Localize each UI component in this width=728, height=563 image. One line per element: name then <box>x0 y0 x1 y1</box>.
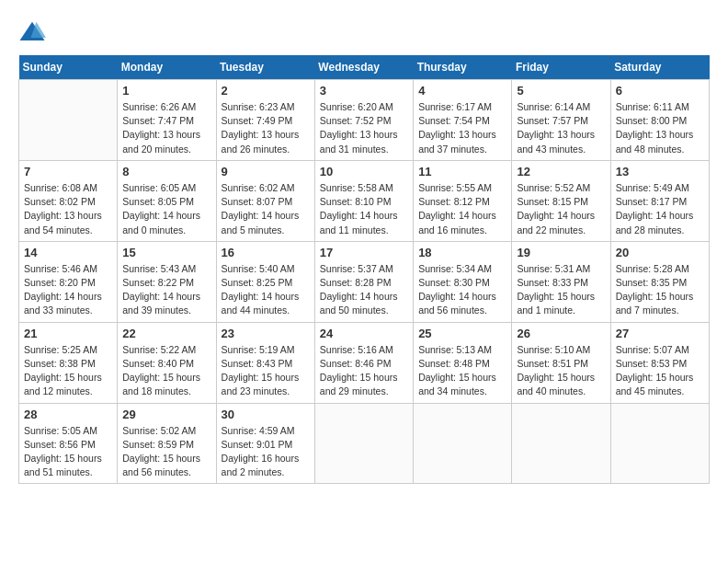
calendar-header: SundayMondayTuesdayWednesdayThursdayFrid… <box>19 55 710 80</box>
week-row-1: 1Sunrise: 6:26 AM Sunset: 7:47 PM Daylig… <box>19 80 710 161</box>
calendar-cell <box>610 403 709 484</box>
day-number: 10 <box>320 165 408 178</box>
day-info: Sunrise: 5:16 AM Sunset: 8:46 PM Dayligh… <box>320 343 408 399</box>
day-info: Sunrise: 5:46 AM Sunset: 8:20 PM Dayligh… <box>24 262 112 318</box>
calendar-cell: 18Sunrise: 5:34 AM Sunset: 8:30 PM Dayli… <box>414 241 512 322</box>
day-info: Sunrise: 5:43 AM Sunset: 8:22 PM Dayligh… <box>122 262 210 318</box>
header-day-wednesday: Wednesday <box>314 55 413 80</box>
day-info: Sunrise: 6:05 AM Sunset: 8:05 PM Dayligh… <box>122 181 210 237</box>
day-number: 4 <box>418 84 506 98</box>
calendar-cell: 8Sunrise: 6:05 AM Sunset: 8:05 PM Daylig… <box>118 160 216 241</box>
day-info: Sunrise: 5:31 AM Sunset: 8:33 PM Dayligh… <box>517 262 605 318</box>
calendar-cell: 21Sunrise: 5:25 AM Sunset: 8:38 PM Dayli… <box>19 322 118 403</box>
day-number: 3 <box>320 84 408 98</box>
day-number: 1 <box>122 84 210 98</box>
logo <box>18 18 50 46</box>
header-day-sunday: Sunday <box>19 55 118 80</box>
day-number: 27 <box>616 327 704 340</box>
day-info: Sunrise: 6:11 AM Sunset: 8:00 PM Dayligh… <box>616 100 704 156</box>
calendar-cell: 4Sunrise: 6:17 AM Sunset: 7:54 PM Daylig… <box>414 80 512 161</box>
calendar-cell: 15Sunrise: 5:43 AM Sunset: 8:22 PM Dayli… <box>118 241 216 322</box>
day-number: 16 <box>222 246 310 259</box>
calendar-cell: 10Sunrise: 5:58 AM Sunset: 8:10 PM Dayli… <box>314 160 413 241</box>
week-row-2: 7Sunrise: 6:08 AM Sunset: 8:02 PM Daylig… <box>19 160 710 241</box>
calendar-cell: 14Sunrise: 5:46 AM Sunset: 8:20 PM Dayli… <box>19 241 118 322</box>
day-number: 22 <box>122 327 210 340</box>
day-info: Sunrise: 5:13 AM Sunset: 8:48 PM Dayligh… <box>418 343 506 399</box>
day-number: 19 <box>517 246 605 259</box>
calendar-cell: 22Sunrise: 5:22 AM Sunset: 8:40 PM Dayli… <box>118 322 216 403</box>
day-info: Sunrise: 5:49 AM Sunset: 8:17 PM Dayligh… <box>616 181 704 237</box>
day-number: 26 <box>517 327 605 340</box>
calendar-cell: 6Sunrise: 6:11 AM Sunset: 8:00 PM Daylig… <box>610 80 709 161</box>
day-number: 24 <box>320 327 408 340</box>
calendar-body: 1Sunrise: 6:26 AM Sunset: 7:47 PM Daylig… <box>19 80 710 484</box>
day-number: 9 <box>222 165 310 178</box>
day-number: 13 <box>616 165 704 178</box>
header-day-friday: Friday <box>512 55 610 80</box>
day-info: Sunrise: 5:52 AM Sunset: 8:15 PM Dayligh… <box>517 181 605 237</box>
calendar-cell: 17Sunrise: 5:37 AM Sunset: 8:28 PM Dayli… <box>314 241 413 322</box>
day-number: 2 <box>222 84 310 98</box>
day-info: Sunrise: 5:05 AM Sunset: 8:56 PM Dayligh… <box>24 424 112 480</box>
day-info: Sunrise: 5:10 AM Sunset: 8:51 PM Dayligh… <box>517 343 605 399</box>
calendar-cell <box>512 403 610 484</box>
calendar-cell: 23Sunrise: 5:19 AM Sunset: 8:43 PM Dayli… <box>216 322 314 403</box>
day-info: Sunrise: 5:02 AM Sunset: 8:59 PM Dayligh… <box>122 424 210 480</box>
header-day-thursday: Thursday <box>414 55 512 80</box>
header-day-tuesday: Tuesday <box>216 55 314 80</box>
day-info: Sunrise: 5:19 AM Sunset: 8:43 PM Dayligh… <box>222 343 310 399</box>
week-row-5: 28Sunrise: 5:05 AM Sunset: 8:56 PM Dayli… <box>19 403 710 484</box>
calendar-cell: 12Sunrise: 5:52 AM Sunset: 8:15 PM Dayli… <box>512 160 610 241</box>
day-number: 28 <box>24 408 112 421</box>
day-info: Sunrise: 5:40 AM Sunset: 8:25 PM Dayligh… <box>222 262 310 318</box>
day-info: Sunrise: 5:07 AM Sunset: 8:53 PM Dayligh… <box>616 343 704 399</box>
calendar-cell: 25Sunrise: 5:13 AM Sunset: 8:48 PM Dayli… <box>414 322 512 403</box>
day-info: Sunrise: 4:59 AM Sunset: 9:01 PM Dayligh… <box>222 424 310 480</box>
day-info: Sunrise: 6:02 AM Sunset: 8:07 PM Dayligh… <box>222 181 310 237</box>
week-row-4: 21Sunrise: 5:25 AM Sunset: 8:38 PM Dayli… <box>19 322 710 403</box>
calendar-cell: 5Sunrise: 6:14 AM Sunset: 7:57 PM Daylig… <box>512 80 610 161</box>
calendar-cell <box>19 80 118 161</box>
day-info: Sunrise: 5:28 AM Sunset: 8:35 PM Dayligh… <box>616 262 704 318</box>
day-number: 18 <box>418 246 506 259</box>
day-number: 25 <box>418 327 506 340</box>
day-info: Sunrise: 6:23 AM Sunset: 7:49 PM Dayligh… <box>222 100 310 156</box>
day-info: Sunrise: 6:26 AM Sunset: 7:47 PM Dayligh… <box>122 100 210 156</box>
calendar-cell: 29Sunrise: 5:02 AM Sunset: 8:59 PM Dayli… <box>118 403 216 484</box>
calendar-cell: 7Sunrise: 6:08 AM Sunset: 8:02 PM Daylig… <box>19 160 118 241</box>
day-info: Sunrise: 6:14 AM Sunset: 7:57 PM Dayligh… <box>517 100 605 156</box>
day-info: Sunrise: 5:58 AM Sunset: 8:10 PM Dayligh… <box>320 181 408 237</box>
calendar-cell: 26Sunrise: 5:10 AM Sunset: 8:51 PM Dayli… <box>512 322 610 403</box>
day-info: Sunrise: 5:37 AM Sunset: 8:28 PM Dayligh… <box>320 262 408 318</box>
day-number: 7 <box>24 165 112 178</box>
calendar-cell: 30Sunrise: 4:59 AM Sunset: 9:01 PM Dayli… <box>216 403 314 484</box>
calendar-cell: 16Sunrise: 5:40 AM Sunset: 8:25 PM Dayli… <box>216 241 314 322</box>
calendar-cell: 24Sunrise: 5:16 AM Sunset: 8:46 PM Dayli… <box>314 322 413 403</box>
week-row-3: 14Sunrise: 5:46 AM Sunset: 8:20 PM Dayli… <box>19 241 710 322</box>
day-info: Sunrise: 5:25 AM Sunset: 8:38 PM Dayligh… <box>24 343 112 399</box>
header-day-saturday: Saturday <box>610 55 709 80</box>
day-number: 29 <box>122 408 210 421</box>
day-number: 11 <box>418 165 506 178</box>
calendar-cell <box>414 403 512 484</box>
day-info: Sunrise: 5:55 AM Sunset: 8:12 PM Dayligh… <box>418 181 506 237</box>
calendar-cell: 27Sunrise: 5:07 AM Sunset: 8:53 PM Dayli… <box>610 322 709 403</box>
day-info: Sunrise: 5:22 AM Sunset: 8:40 PM Dayligh… <box>122 343 210 399</box>
calendar-cell: 1Sunrise: 6:26 AM Sunset: 7:47 PM Daylig… <box>118 80 216 161</box>
calendar-cell: 20Sunrise: 5:28 AM Sunset: 8:35 PM Dayli… <box>610 241 709 322</box>
calendar-cell: 9Sunrise: 6:02 AM Sunset: 8:07 PM Daylig… <box>216 160 314 241</box>
day-number: 23 <box>222 327 310 340</box>
page-header <box>18 18 710 46</box>
calendar-cell: 3Sunrise: 6:20 AM Sunset: 7:52 PM Daylig… <box>314 80 413 161</box>
day-number: 6 <box>616 84 704 98</box>
day-info: Sunrise: 6:20 AM Sunset: 7:52 PM Dayligh… <box>320 100 408 156</box>
day-number: 8 <box>122 165 210 178</box>
header-day-monday: Monday <box>118 55 216 80</box>
calendar-cell: 19Sunrise: 5:31 AM Sunset: 8:33 PM Dayli… <box>512 241 610 322</box>
day-info: Sunrise: 6:08 AM Sunset: 8:02 PM Dayligh… <box>24 181 112 237</box>
calendar-cell: 11Sunrise: 5:55 AM Sunset: 8:12 PM Dayli… <box>414 160 512 241</box>
calendar-cell <box>314 403 413 484</box>
calendar-cell: 28Sunrise: 5:05 AM Sunset: 8:56 PM Dayli… <box>19 403 118 484</box>
day-number: 14 <box>24 246 112 259</box>
